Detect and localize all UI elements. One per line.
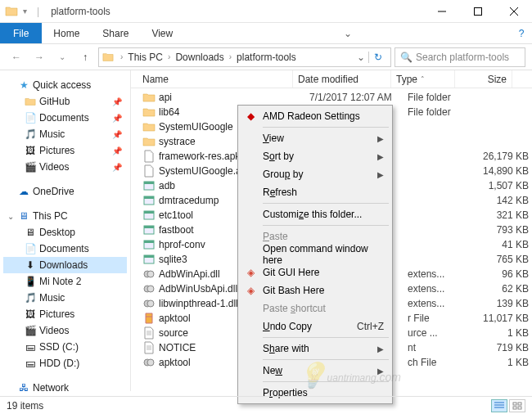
ctx-refresh[interactable]: Refresh (240, 183, 390, 201)
file-size: 765 KB (471, 254, 529, 265)
vid-icon: 🎬 (25, 161, 36, 173)
refresh-button[interactable]: ↻ (368, 52, 387, 63)
sidebar-item-videos[interactable]: 🎬 Videos (3, 322, 127, 339)
sidebar-item-hdd-d-[interactable]: 🖴 HDD (D:) (3, 355, 127, 371)
back-button[interactable]: ← (7, 47, 26, 67)
sidebar-item-label: Music (39, 292, 65, 304)
address-row: ← → ⌄ ↑ › This PC › Downloads › platform… (0, 44, 532, 70)
txt-icon (142, 326, 156, 340)
home-tab[interactable]: Home (42, 23, 91, 43)
ctx-sort[interactable]: Sort by▶ (240, 147, 390, 165)
breadcrumb-downloads[interactable]: Downloads (174, 52, 225, 63)
svg-rect-24 (518, 407, 521, 409)
title-bar: ▾ | platform-tools (0, 0, 532, 23)
exe-icon (142, 223, 156, 236)
col-date[interactable]: Date modified (293, 70, 391, 88)
help-button[interactable]: ? (511, 23, 532, 43)
col-size[interactable]: Size (455, 70, 512, 88)
sidebar-item-desktop[interactable]: 🖥 Desktop (3, 224, 127, 241)
search-input[interactable]: 🔍 Search platform-tools (394, 47, 525, 67)
ctx-group[interactable]: Group by▶ (240, 165, 390, 183)
chevron-right-icon: ▶ (377, 152, 384, 161)
sidebar-item-videos[interactable]: 🎬 Videos 📌 (3, 159, 127, 175)
breadcrumb[interactable]: › This PC › Downloads › platform-tools ⌄… (98, 47, 391, 67)
desktop-icon: 🖥 (25, 227, 36, 238)
sidebar-item-music[interactable]: 🎵 Music (3, 290, 127, 306)
network-icon: 🖧 (18, 382, 29, 391)
sidebar-this-pc[interactable]: ⌄🖥 This PC (3, 208, 127, 224)
svg-rect-10 (144, 241, 154, 243)
file-tab[interactable]: File (0, 23, 42, 43)
chevron-down-icon[interactable]: ⌄ (7, 212, 15, 221)
ribbon-expand-icon[interactable]: ⌄ (332, 23, 363, 43)
minimize-button[interactable] (424, 0, 460, 23)
sidebar-item-label: Mi Note 2 (39, 276, 81, 287)
ctx-git-gui[interactable]: ◈ Git GUI Here (240, 263, 390, 281)
breadcrumb-current[interactable]: platform-tools (235, 52, 298, 63)
file-type: extens... (408, 268, 471, 280)
file-type: extens... (408, 298, 471, 309)
file-type: ch File (408, 357, 471, 368)
file-icon (142, 164, 156, 178)
sidebar-item-documents[interactable]: 📄 Documents 📌 (3, 110, 127, 126)
ctx-amd[interactable]: ◆ AMD Radeon Settings (240, 107, 390, 125)
qat-chevron-icon[interactable]: ▾ (23, 7, 27, 16)
dll-icon (142, 282, 156, 295)
folder-icon (142, 106, 156, 119)
breadcrumb-root[interactable]: This PC (126, 52, 165, 63)
sidebar-item-github[interactable]: GitHub 📌 (3, 93, 127, 110)
col-name[interactable]: Name (138, 70, 293, 88)
sidebar-onedrive[interactable]: ☁ OneDrive (3, 183, 127, 200)
ctx-undo[interactable]: Undo CopyCtrl+Z (240, 317, 390, 335)
ctx-new[interactable]: New▶ (240, 362, 390, 380)
forward-button[interactable]: → (29, 47, 49, 67)
sidebar-item-documents[interactable]: 📄 Documents (3, 241, 127, 257)
sidebar-item-mi-note-2[interactable]: 📱 Mi Note 2 (3, 273, 127, 290)
file-type: r File (408, 313, 471, 324)
file-row[interactable]: api 7/1/2017 12:07 AM File folder (131, 90, 532, 105)
svg-point-18 (147, 300, 154, 307)
ctx-view[interactable]: View▶ (240, 129, 390, 147)
sidebar-label: Quick access (33, 79, 91, 91)
sidebar-item-pictures[interactable]: 🖼 Pictures (3, 306, 127, 322)
ctx-git-bash[interactable]: ◈ Git Bash Here (240, 281, 390, 299)
sidebar-item-downloads[interactable]: ⬇ Downloads (3, 257, 127, 273)
ctx-customize[interactable]: Customize this folder... (240, 205, 390, 223)
recent-button[interactable]: ⌄ (52, 47, 72, 67)
exe-icon (142, 253, 156, 266)
sidebar-item-label: GitHub (39, 96, 70, 107)
up-button[interactable]: ↑ (75, 47, 95, 67)
view-details-button[interactable] (491, 399, 507, 412)
column-headers[interactable]: Name Date modified Type˄ Size (131, 70, 532, 88)
sidebar-item-ssd-c-[interactable]: 🖴 SSD (C:) (3, 339, 127, 355)
exe-icon (142, 194, 156, 207)
file-size: 1,507 KB (471, 180, 529, 191)
doc-icon: 📄 (25, 112, 36, 124)
sidebar-item-label: Music (39, 128, 65, 140)
sidebar-network[interactable]: 🖧 Network (3, 380, 127, 391)
nav-pane[interactable]: ★ Quick access GitHub 📌 📄 Documents 📌 🎵 … (0, 70, 131, 391)
view-tab[interactable]: View (140, 23, 184, 43)
ctx-open-cmd[interactable]: Open command window here (240, 245, 390, 263)
col-type[interactable]: Type˄ (391, 70, 455, 88)
sidebar-item-music[interactable]: 🎵 Music 📌 (3, 126, 127, 142)
share-tab[interactable]: Share (91, 23, 140, 43)
jar-icon (142, 312, 156, 325)
maximize-button[interactable] (460, 0, 496, 23)
search-placeholder: Search platform-tools (416, 52, 509, 63)
view-large-button[interactable] (509, 399, 525, 412)
sidebar-quick-access[interactable]: ★ Quick access (3, 77, 127, 93)
exe-icon (142, 179, 156, 192)
file-size: 719 KB (471, 342, 529, 353)
sidebar-item-label: SSD (C:) (39, 341, 79, 353)
sidebar-item-pictures[interactable]: 🖼 Pictures 📌 (3, 142, 127, 159)
music-icon: 🎵 (25, 128, 36, 140)
ctx-share[interactable]: Share with▶ (240, 340, 390, 358)
close-button[interactable] (496, 0, 532, 23)
phone-icon: 📱 (25, 276, 36, 287)
address-dropdown-icon[interactable]: ⌄ (354, 52, 368, 63)
file-size: 142 KB (471, 195, 529, 206)
sidebar-item-label: Downloads (39, 259, 88, 271)
sidebar-item-label: Documents (39, 243, 89, 254)
pic-icon: 🖼 (25, 308, 36, 320)
